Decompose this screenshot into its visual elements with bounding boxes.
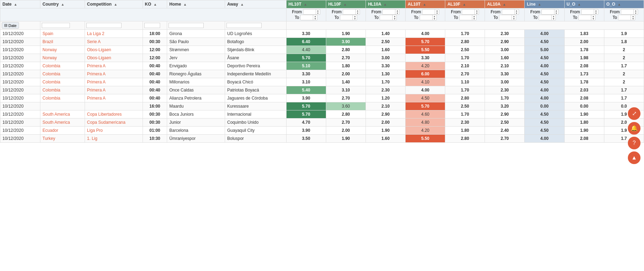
notify-button[interactable]: 🔔 — [628, 122, 640, 135]
al10t-from-filter[interactable]: From ▲▼ To ▲▼ — [406, 8, 445, 21]
hl10t-to-input[interactable]: ▲▼ — [300, 15, 317, 20]
country-link[interactable]: Norway — [42, 55, 57, 60]
col-header-home[interactable]: Home ▲ — [167, 0, 225, 8]
cell-country[interactable]: Colombia — [40, 70, 85, 78]
country-link[interactable]: Norway — [42, 47, 57, 52]
table-row: 10/12/2020 Brazil Serie A 00:30 São Paul… — [0, 38, 644, 46]
cell-country[interactable]: South America — [40, 110, 85, 118]
country-link[interactable]: South America — [42, 112, 70, 117]
competition-link[interactable]: Primera A — [87, 80, 106, 84]
country-link[interactable]: Colombia — [42, 72, 60, 76]
share-button[interactable]: ⤢ — [628, 107, 640, 120]
away-filter-input[interactable] — [226, 23, 262, 28]
country-link[interactable]: Colombia — [42, 96, 60, 101]
cell-competition[interactable]: Liga Pro — [85, 127, 143, 135]
competition-link[interactable]: Copa Sudamericana — [87, 120, 125, 125]
competition-filter-cell[interactable] — [85, 21, 143, 30]
col-header-u-o[interactable]: U_O ▲ — [564, 0, 604, 8]
al10f-from-filter[interactable]: From ▲▼ To ▲▼ — [445, 8, 485, 21]
col-header-away[interactable]: Away ▲ — [225, 0, 287, 8]
country-filter-input[interactable] — [42, 23, 70, 28]
country-filter-cell[interactable] — [40, 21, 85, 30]
competition-link[interactable]: Serie A — [87, 39, 101, 44]
cell-country[interactable]: Brazil — [40, 38, 85, 46]
cell-o-o: 2 — [604, 78, 644, 86]
cell-country[interactable]: Colombia — [40, 94, 85, 102]
date-filter-button[interactable]: ⊟ Date — [2, 22, 19, 29]
competition-link[interactable]: Primera A — [87, 88, 106, 93]
cell-competition[interactable]: 1. Lig — [85, 135, 143, 143]
cell-country[interactable]: Colombia — [40, 78, 85, 86]
cell-competition[interactable]: Copa Libertadores — [85, 110, 143, 118]
ko-filter-cell[interactable] — [143, 21, 167, 30]
cell-competition[interactable]: Primera A — [85, 78, 143, 86]
cell-competition[interactable]: Primera A — [85, 70, 143, 78]
home-filter-cell[interactable] — [167, 21, 225, 30]
cell-competition[interactable]: Obos-Ligaen — [85, 54, 143, 62]
competition-link[interactable]: Copa Libertadores — [87, 112, 122, 117]
competition-link[interactable]: Primera A — [87, 63, 106, 68]
competition-link[interactable]: Obos-Ligaen — [87, 47, 111, 52]
col-header-competition[interactable]: Competition ▲ — [85, 0, 143, 8]
competition-link[interactable]: Primera A — [87, 96, 106, 101]
country-link[interactable]: Colombia — [42, 63, 60, 68]
uo-from-filter[interactable]: From ▲▼ To ▲▼ — [564, 8, 604, 21]
al10a-from-filter[interactable]: From ▲▼ To ▲▼ — [485, 8, 525, 21]
cell-competition[interactable]: Copa Sudamericana — [85, 118, 143, 127]
cell-country[interactable]: Spain — [40, 30, 85, 38]
col-header-al10a[interactable]: AL10A ▲ — [485, 0, 525, 8]
away-filter-cell[interactable] — [225, 21, 287, 30]
col-header-date[interactable]: Date ▲ — [0, 0, 40, 8]
home-filter-input[interactable] — [169, 23, 204, 28]
ko-filter-input[interactable] — [144, 23, 160, 28]
cell-competition[interactable]: Primera A — [85, 62, 143, 70]
country-link[interactable]: Turkey — [42, 136, 55, 141]
cell-country[interactable]: South America — [40, 118, 85, 127]
hl10a-from-filter[interactable]: From ▲▼ To ▲▼ — [366, 8, 405, 21]
cell-home: Boca Juniors — [167, 110, 225, 118]
line-from-filter[interactable]: From ▲▼ To ▲▼ — [525, 8, 564, 21]
cell-country[interactable]: Colombia — [40, 86, 85, 94]
date-filter-cell[interactable]: ⊟ Date — [0, 21, 40, 30]
cell-ko: 00:40 — [143, 78, 167, 86]
col-header-line[interactable]: Line ▲ — [525, 0, 564, 8]
col-header-hl10a[interactable]: HL10A ▲ — [366, 0, 405, 8]
country-link[interactable]: South America — [42, 120, 70, 125]
col-header-country[interactable]: Country ▲ — [40, 0, 85, 8]
cell-competition[interactable]: Serie A — [85, 38, 143, 46]
competition-link[interactable]: Primera A — [87, 72, 106, 76]
cell-country[interactable]: Ecuador — [40, 127, 85, 135]
hl10t-from-input[interactable]: ▲▼ — [303, 9, 320, 15]
cell-competition[interactable]: La Liga 2 — [85, 30, 143, 38]
cell-country[interactable]: Norway — [40, 54, 85, 62]
competition-link[interactable]: Liga Pro — [87, 128, 103, 133]
hl10t-from-filter[interactable]: From ▲▼ To ▲▼ — [286, 8, 326, 21]
col-header-o-o[interactable]: O_O ▲ — [604, 0, 644, 8]
hl10f-from-filter[interactable]: From ▲▼ To ▲▼ — [326, 8, 366, 21]
col-header-hl10f[interactable]: HL10F ▲ — [326, 0, 366, 8]
col-header-al10f[interactable]: AL10F ▲ — [445, 0, 485, 8]
col-header-al10t[interactable]: AL10T ▲ — [406, 0, 445, 8]
cell-competition[interactable]: Obos-Ligaen — [85, 46, 143, 54]
col-header-hl10t[interactable]: HL10T ▲ — [286, 0, 326, 8]
cell-competition[interactable]: Primera A — [85, 86, 143, 94]
cell-country[interactable]: Turkey — [40, 135, 85, 143]
cell-al10t: 5.50 — [406, 46, 445, 54]
cell-competition[interactable]: Primera A — [85, 94, 143, 102]
competition-link[interactable]: La Liga 2 — [87, 31, 104, 36]
help-button[interactable]: ? — [628, 137, 640, 143]
oo-from-filter[interactable]: From ▲▼ To ▲▼ — [604, 8, 644, 21]
sort-arrow-o-o: ▲ — [617, 2, 621, 6]
country-link[interactable]: Brazil — [42, 39, 53, 44]
country-link[interactable]: Ecuador — [42, 128, 58, 133]
cell-country[interactable]: Colombia — [40, 62, 85, 70]
cell-country[interactable]: Norway — [40, 46, 85, 54]
competition-link[interactable]: Obos-Ligaen — [87, 55, 111, 60]
country-link[interactable]: Colombia — [42, 88, 60, 93]
cell-date: 10/12/2020 — [0, 102, 40, 110]
country-link[interactable]: Spain — [42, 31, 53, 36]
col-header-ko[interactable]: KO ▲ — [143, 0, 167, 8]
competition-link[interactable]: 1. Lig — [87, 136, 97, 141]
competition-filter-input[interactable] — [86, 23, 121, 28]
country-link[interactable]: Colombia — [42, 80, 60, 84]
